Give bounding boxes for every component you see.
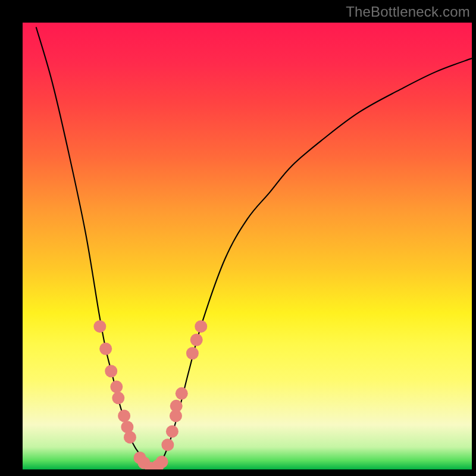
curve-marker [118,409,130,422]
curve-marker [112,392,124,404]
curve-marker [186,347,199,359]
chart-overlay [23,23,472,469]
attribution-text: TheBottleneck.com [346,4,470,20]
curve-marker [170,400,183,412]
curve-marker [161,439,174,451]
curve-left [36,27,153,469]
plot-area [23,23,472,469]
curve-right [153,58,472,469]
curve-marker [124,431,136,443]
curve-marker [176,387,188,400]
curve-marker [190,334,203,346]
curve-marker [166,425,178,438]
curve-marker [105,365,117,377]
curve-marker [156,456,168,468]
curve-marker [99,343,112,355]
curve-marker [195,320,207,333]
curve-marker [93,320,106,333]
chart-frame: TheBottleneck.com [0,0,476,476]
curve-markers [93,320,207,469]
curve-marker [110,381,123,393]
